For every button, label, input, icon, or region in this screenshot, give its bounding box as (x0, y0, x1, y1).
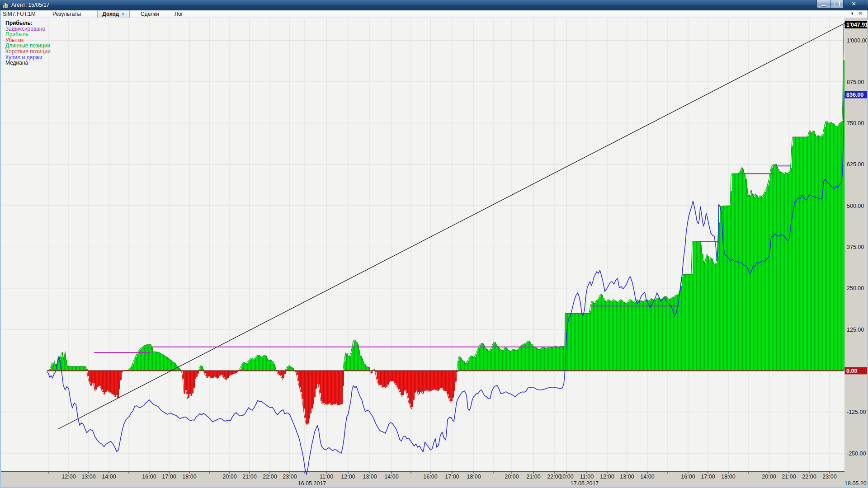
svg-text:18:00: 18:00 (721, 474, 735, 480)
tab-bar-controls: ▼ ✕ (850, 10, 863, 16)
svg-text:14:00: 14:00 (102, 474, 116, 480)
svg-text:12:00: 12:00 (600, 474, 614, 480)
svg-text:23:00: 23:00 (283, 474, 297, 480)
window-controls: ✕ (816, 0, 864, 8)
legend-item-short: Короткие позиции (5, 49, 51, 55)
svg-text:10:00: 10:00 (559, 474, 573, 480)
legend-item-profit: Прибыль (5, 32, 51, 38)
svg-text:12:00: 12:00 (341, 474, 355, 480)
minimize-icon (821, 5, 826, 6)
svg-text:17:00: 17:00 (162, 474, 176, 480)
svg-text:625.00: 625.00 (847, 161, 864, 168)
bar-chart-icon (3, 2, 9, 8)
svg-text:500.00: 500.00 (847, 203, 864, 209)
svg-text:375.00: 375.00 (847, 244, 864, 250)
svg-text:875.00: 875.00 (847, 79, 864, 85)
svg-text:12:00: 12:00 (61, 474, 75, 480)
svg-text:16:00: 16:00 (142, 474, 156, 480)
svg-text:21:00: 21:00 (526, 474, 540, 480)
tab-income-label: Доход (102, 10, 119, 18)
svg-text:17:00: 17:00 (445, 474, 459, 480)
tab-results[interactable]: Результаты (48, 10, 85, 18)
svg-text:21:00: 21:00 (782, 474, 796, 480)
svg-text:0.00: 0.00 (846, 368, 857, 374)
svg-text:750.00: 750.00 (847, 120, 864, 127)
close-button[interactable]: ✕ (844, 0, 864, 8)
svg-text:250.00: 250.00 (847, 285, 864, 291)
svg-text:18:00: 18:00 (182, 474, 196, 480)
svg-text:14:00: 14:00 (640, 474, 654, 480)
svg-text:16:00: 16:00 (681, 474, 695, 480)
svg-text:22:00: 22:00 (802, 474, 816, 480)
legend-title: Прибыль: (5, 20, 51, 26)
minimize-button[interactable] (816, 0, 830, 8)
tab-list-icon[interactable]: ▼ (850, 11, 854, 16)
svg-text:20:00: 20:00 (222, 474, 236, 480)
restore-icon (835, 2, 840, 6)
svg-text:1'000.00: 1'000.00 (847, 38, 868, 44)
restore-button[interactable] (830, 0, 844, 8)
svg-text:18:00: 18:00 (467, 474, 481, 480)
window-border-left (0, 10, 1, 488)
instrument-label: SiM7:FUT:1M (3, 11, 48, 17)
svg-text:11:00: 11:00 (320, 474, 333, 480)
svg-text:16.05.2017: 16.05.2017 (298, 480, 326, 487)
svg-text:836.00: 836.00 (846, 92, 863, 98)
window-title: Агент: 15/05/17 (11, 2, 49, 8)
svg-text:-250.00: -250.00 (847, 450, 866, 457)
tab-bar: SiM7:FUT:1M Результаты Доход × Сделки Ло… (1, 10, 867, 18)
tab-close-all-icon[interactable]: ✕ (859, 10, 863, 16)
svg-text:17:00: 17:00 (701, 474, 715, 480)
svg-text:18.05.2017: 18.05.2017 (844, 480, 868, 487)
title-bar[interactable]: Агент: 15/05/17 ✕ (0, 0, 868, 10)
svg-text:1'047.91: 1'047.91 (846, 22, 868, 28)
svg-text:125.00: 125.00 (847, 327, 864, 333)
svg-text:22:00: 22:00 (263, 474, 277, 480)
tab-log[interactable]: Лог (170, 10, 188, 18)
svg-text:13:00: 13:00 (363, 474, 377, 480)
svg-text:17.05.2017: 17.05.2017 (571, 480, 599, 487)
svg-text:23:00: 23:00 (822, 474, 836, 480)
svg-text:20:00: 20:00 (505, 474, 519, 480)
tab-trades[interactable]: Сделки (136, 10, 164, 18)
close-icon: ✕ (851, 0, 856, 8)
svg-text:14:00: 14:00 (384, 474, 398, 480)
svg-text:13:00: 13:00 (81, 474, 95, 480)
chart-canvas: 1'000.00875.00750.00625.00500.00375.0025… (0, 0, 868, 488)
svg-text:-125.00: -125.00 (847, 409, 866, 415)
legend-item-median: Медиана (5, 60, 51, 66)
tab-income[interactable]: Доход × (97, 10, 130, 18)
tab-close-icon[interactable]: × (122, 10, 125, 18)
svg-text:20:00: 20:00 (762, 474, 776, 480)
svg-text:16:00: 16:00 (423, 474, 437, 480)
svg-text:21:00: 21:00 (242, 474, 256, 480)
svg-text:11:00: 11:00 (580, 474, 594, 480)
chart-legend: Прибыль: Зафиксировано Прибыль Убыток Дл… (5, 20, 51, 66)
svg-text:13:00: 13:00 (620, 474, 634, 480)
